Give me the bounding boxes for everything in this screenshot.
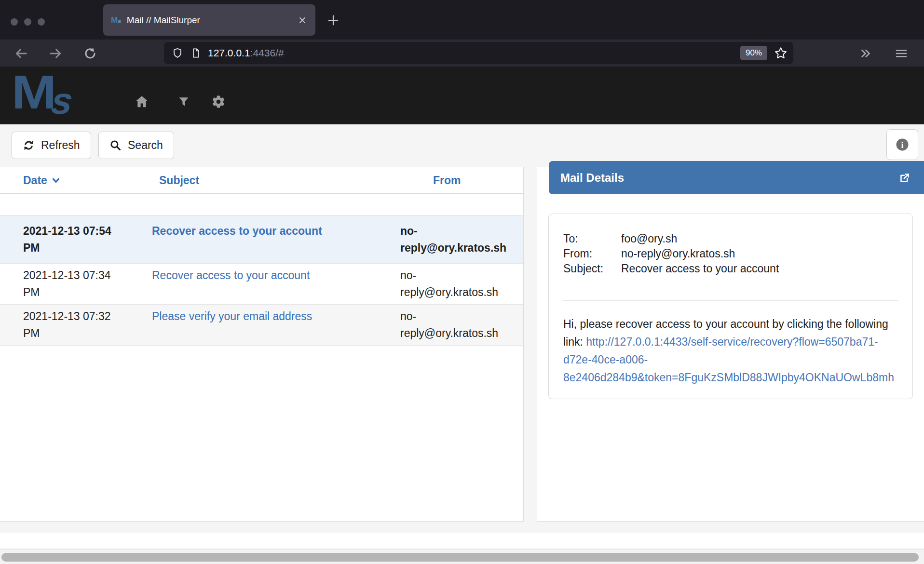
url-text[interactable]: 127.0.0.1:4436/# bbox=[208, 47, 284, 59]
bookmark-star-icon[interactable] bbox=[774, 46, 788, 60]
mail-rows: 2021-12-13 07:54 PM Recover access to yo… bbox=[0, 215, 523, 346]
url-bar[interactable]: 127.0.0.1:4436/# 90% bbox=[164, 42, 793, 64]
refresh-icon bbox=[23, 139, 35, 151]
overflow-chevrons-icon[interactable] bbox=[857, 45, 874, 62]
mail-details-card: To: foo@ory.sh From: no-reply@ory.kratos… bbox=[548, 214, 913, 399]
mail-list-panel: Date Subject From 2021-12-13 07:54 PM Re… bbox=[0, 167, 524, 522]
window-minimize-button[interactable] bbox=[24, 18, 31, 26]
mail-from: no-reply@ory.kratos.sh bbox=[400, 267, 514, 301]
filter-icon[interactable] bbox=[176, 94, 192, 110]
search-icon bbox=[109, 139, 122, 151]
mail-row-selected[interactable]: 2021-12-13 07:54 PM Recover access to yo… bbox=[0, 216, 523, 264]
mail-body: Hi, please recover access to your accoun… bbox=[563, 315, 898, 387]
mail-meta: To: foo@ory.sh From: no-reply@ory.kratos… bbox=[563, 231, 898, 276]
mailslurper-favicon: M s bbox=[111, 16, 121, 24]
footer-band bbox=[0, 533, 924, 549]
mailslurper-logo[interactable]: M s bbox=[12, 67, 73, 118]
mail-details-header: Mail Details bbox=[549, 161, 924, 194]
details-divider bbox=[563, 300, 898, 301]
info-button[interactable]: i bbox=[886, 129, 918, 160]
home-icon[interactable] bbox=[134, 94, 150, 110]
svg-text:i: i bbox=[901, 140, 903, 150]
mail-subject: Please verify your email address bbox=[152, 308, 400, 342]
search-button[interactable]: Search bbox=[98, 132, 174, 159]
window-maximize-button[interactable] bbox=[38, 18, 45, 26]
refresh-button[interactable]: Refresh bbox=[12, 132, 91, 159]
logo-m: M bbox=[12, 70, 54, 115]
sort-chevron-down-icon bbox=[51, 175, 61, 185]
mail-from: no-reply@ory.kratos.sh bbox=[400, 308, 514, 342]
browser-nav-bar: 127.0.0.1:4436/# 90% bbox=[0, 40, 924, 67]
subject-value: Recover access to your account bbox=[621, 261, 898, 276]
reload-icon[interactable] bbox=[82, 45, 98, 62]
horizontal-scrollbar[interactable] bbox=[0, 550, 924, 564]
favicon-s: s bbox=[118, 18, 121, 24]
zoom-level-badge[interactable]: 90% bbox=[740, 46, 767, 60]
window-close-button[interactable] bbox=[11, 18, 18, 26]
browser-tab[interactable]: M s Mail // MailSlurper bbox=[103, 4, 315, 36]
app-header: M s bbox=[0, 67, 924, 124]
main-content: Date Subject From 2021-12-13 07:54 PM Re… bbox=[0, 167, 924, 564]
date-header-label: Date bbox=[23, 174, 47, 187]
favicon-m: M bbox=[111, 16, 118, 24]
to-label: To: bbox=[563, 231, 621, 246]
forward-icon[interactable] bbox=[48, 45, 64, 62]
screen: M s Mail // MailSlurper bbox=[0, 0, 924, 564]
mail-row[interactable]: 2021-12-13 07:34 PM Recover access to yo… bbox=[0, 264, 523, 305]
mail-subject: Recover access to your account bbox=[152, 223, 400, 256]
tab-title: Mail // MailSlurper bbox=[127, 15, 297, 26]
mail-date: 2021-12-13 07:32 PM bbox=[23, 308, 152, 342]
mail-date: 2021-12-13 07:54 PM bbox=[23, 223, 152, 256]
shield-icon[interactable] bbox=[172, 47, 183, 59]
mail-subject-link[interactable]: Please verify your email address bbox=[152, 310, 312, 322]
external-link-icon[interactable] bbox=[898, 171, 911, 185]
from-value: no-reply@ory.kratos.sh bbox=[621, 246, 898, 261]
url-path: :4436/# bbox=[250, 47, 284, 58]
recovery-link[interactable]: http://127.0.0.1:4433/self-service/recov… bbox=[563, 336, 894, 384]
back-icon[interactable] bbox=[13, 45, 29, 62]
info-icon: i bbox=[895, 137, 910, 152]
column-header-date[interactable]: Date bbox=[23, 174, 152, 187]
mail-from: no-reply@ory.kratos.sh bbox=[400, 223, 514, 256]
search-label: Search bbox=[128, 139, 163, 152]
subject-label: Subject: bbox=[563, 261, 621, 276]
mail-subject-link[interactable]: Recover access to your account bbox=[152, 225, 322, 237]
column-header-from[interactable]: From bbox=[400, 174, 514, 187]
mail-list-header: Date Subject From bbox=[0, 167, 523, 194]
mail-details-title: Mail Details bbox=[560, 171, 898, 185]
mail-subject: Recover access to your account bbox=[152, 267, 400, 301]
from-label: From: bbox=[563, 246, 621, 261]
tab-close-icon[interactable] bbox=[297, 15, 308, 26]
new-tab-button[interactable] bbox=[326, 13, 340, 27]
to-value: foo@ory.sh bbox=[621, 231, 898, 246]
column-header-subject[interactable]: Subject bbox=[152, 174, 400, 187]
menu-hamburger-icon[interactable] bbox=[893, 45, 910, 62]
window-controls bbox=[11, 18, 45, 26]
browser-tab-bar: M s Mail // MailSlurper bbox=[0, 0, 924, 40]
mail-subject-link[interactable]: Recover access to your account bbox=[152, 269, 310, 282]
logo-s: s bbox=[50, 84, 75, 118]
page-info-icon[interactable] bbox=[190, 47, 201, 59]
scrollbar-thumb[interactable] bbox=[1, 553, 919, 562]
mail-row[interactable]: 2021-12-13 07:32 PM Please verify your e… bbox=[0, 305, 523, 346]
mail-date: 2021-12-13 07:34 PM bbox=[23, 267, 152, 301]
settings-gear-icon[interactable] bbox=[210, 94, 227, 110]
refresh-label: Refresh bbox=[41, 139, 80, 152]
url-host: 127.0.0.1 bbox=[208, 47, 250, 58]
